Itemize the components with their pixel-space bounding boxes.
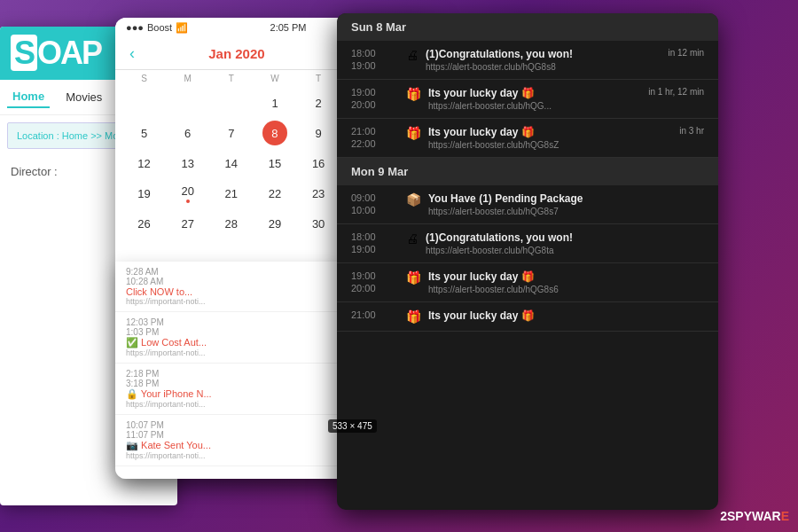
spam-time-end-3: 3:18 PM [126, 379, 335, 388]
spam-title-1: Click NOW to... [126, 286, 335, 297]
watermark: 2SPYWARE [720, 509, 789, 523]
notif-item-2: 19:00 20:00 🎁 Its your lucky day 🎁 https… [337, 80, 718, 119]
notif-url-1: https://alert-booster.club/hQG8s8 [426, 62, 661, 72]
notif-title-4: You Have (1) Pending Package [428, 192, 704, 205]
cal-cell[interactable]: 5 [122, 119, 166, 147]
notif-inner-6: 🎁 Its your lucky day 🎁 https://alert-boo… [406, 270, 704, 294]
cal-cell[interactable]: 28 [209, 209, 253, 238]
notif-url-2: https://alert-booster.club/hQG... [428, 101, 641, 111]
watermark-prefix: 2 [720, 509, 727, 523]
notif-content-4: You Have (1) Pending Package https://ale… [428, 192, 704, 216]
notif-badge-2: in 1 hr, 12 min [648, 87, 704, 97]
cal-back-btn[interactable]: ‹ [129, 44, 135, 63]
notif-inner-3: 🎁 Its your lucky day 🎁 https://alert-boo… [406, 126, 704, 150]
notif-icon-3: 🎁 [406, 126, 421, 140]
notif-item-7: 21:00 🎁 Its your lucky day 🎁 [337, 302, 718, 332]
spam-url-4: https://important-noti... [126, 451, 335, 460]
cal-cell[interactable]: 14 [209, 149, 253, 177]
cal-cell[interactable]: 29 [253, 209, 296, 238]
cal-cell[interactable]: 22 [253, 179, 296, 207]
notif-item-1: 18:00 19:00 🖨 (1)Congratulations, you wo… [337, 41, 718, 80]
notif-url-4: https://alert-booster.club/hQG8s7 [428, 207, 704, 216]
notif-item-4: 09:00 10:00 📦 You Have (1) Pending Packa… [337, 185, 718, 224]
spam-time-1: 9:28 AM [126, 267, 335, 277]
cal-cell-today[interactable]: 8 [262, 121, 287, 145]
watermark-suffix: E [781, 509, 789, 523]
wifi-icon: 📶 [176, 22, 188, 34]
cal-cell[interactable]: 15 [253, 149, 296, 177]
notif-icon-6: 🎁 [406, 270, 421, 285]
spam-url-2: https://important-noti... [126, 348, 335, 357]
notif-content-1: (1)Congratulations, you won! https://ale… [426, 48, 661, 72]
spam-title-3: 🔒 Your iPhone N... [126, 388, 335, 400]
day-label-s1: S [122, 74, 166, 83]
soap-s-letter: S [11, 35, 37, 71]
spam-time-end-2: 1:03 PM [126, 327, 335, 337]
cal-cell[interactable]: 6 [166, 119, 209, 147]
spam-list: 9:28 AM 10:28 AM Click NOW to... https:/… [115, 262, 346, 479]
notif-time-3: 21:00 22:00 [351, 126, 395, 150]
watermark-brand: SPYWAR [727, 509, 781, 523]
spam-item-4: 10:07 PM 11:07 PM 📷 Kate Sent You... htt… [115, 415, 346, 466]
cal-cell[interactable]: 27 [166, 209, 209, 238]
notif-time-5: 18:00 19:00 [351, 231, 395, 255]
notif-icon-2: 🎁 [406, 87, 421, 101]
cal-cell[interactable]: 9 [297, 119, 340, 147]
spam-title-2: ✅ Low Cost Aut... [126, 337, 335, 348]
cal-cell[interactable]: 21 [209, 179, 253, 207]
carrier-label: Boost [147, 22, 172, 33]
notif-time-1: 18:00 19:00 [351, 48, 395, 72]
spam-time-4: 10:07 PM [126, 420, 335, 430]
notif-icon-7: 🎁 [406, 309, 421, 324]
cal-cell[interactable]: 2 [297, 89, 340, 117]
notif-url-3: https://alert-booster.club/hQG8sZ [428, 140, 672, 150]
size-badge: 533 × 475 [328, 419, 377, 433]
cal-cell[interactable]: 19 [122, 179, 166, 207]
notif-time-2: 19:00 20:00 [351, 87, 395, 111]
cal-cell[interactable]: 16 [297, 149, 340, 177]
soap-nav-home[interactable]: Home [7, 86, 50, 108]
cal-cell[interactable]: 13 [166, 149, 209, 177]
spam-time-end-1: 10:28 AM [126, 277, 335, 286]
day-label-m: M [166, 74, 209, 83]
notif-inner-2: 🎁 Its your lucky day 🎁 https://alert-boo… [406, 87, 704, 111]
cal-cell[interactable]: 20 [166, 179, 209, 207]
notif-url-5: https://alert-booster.club/hQG8ta [426, 246, 704, 255]
cal-cell[interactable]: 7 [209, 119, 253, 147]
notif-content-2: Its your lucky day 🎁 https://alert-boost… [428, 87, 641, 111]
cal-cell[interactable]: 26 [122, 209, 166, 238]
cal-cell[interactable] [122, 89, 166, 117]
notif-title-7: Its your lucky day 🎁 [428, 309, 704, 322]
spam-item-2: 12:03 PM 1:03 PM ✅ Low Cost Aut... https… [115, 312, 346, 364]
spam-time-2: 12:03 PM [126, 317, 335, 327]
cal-month-title: Jan 2020 [208, 46, 264, 61]
cal-cell[interactable]: 23 [297, 179, 340, 207]
day-label-w: W [253, 74, 296, 83]
notif-title-5: (1)Congratulations, you won! [426, 231, 704, 244]
notif-content-7: Its your lucky day 🎁 [428, 309, 704, 322]
spam-title-4: 📷 Kate Sent You... [126, 440, 335, 451]
cal-cell[interactable]: 1 [253, 89, 296, 117]
cal-cell[interactable] [209, 89, 253, 117]
cal-cell[interactable] [166, 89, 209, 117]
notif-icon-1: 🖨 [406, 48, 419, 62]
notif-inner-7: 🎁 Its your lucky day 🎁 [406, 309, 704, 324]
notif-inner-5: 🖨 (1)Congratulations, you won! https://a… [406, 231, 704, 255]
cal-cell[interactable]: 30 [297, 209, 340, 238]
status-time: 2:05 PM [270, 22, 307, 33]
notif-item-6: 19:00 20:00 🎁 Its your lucky day 🎁 https… [337, 263, 718, 302]
notif-icon-4: 📦 [406, 192, 421, 207]
notif-title-6: Its your lucky day 🎁 [428, 270, 704, 283]
notif-content-3: Its your lucky day 🎁 https://alert-boost… [428, 126, 672, 150]
notif-icon-5: 🖨 [406, 231, 419, 246]
notif-item-5: 18:00 19:00 🖨 (1)Congratulations, you wo… [337, 224, 718, 263]
spam-item-1: 9:28 AM 10:28 AM Click NOW to... https:/… [115, 262, 346, 312]
spam-item-3: 2:18 PM 3:18 PM 🔒 Your iPhone N... https… [115, 364, 346, 415]
signal-icon: ●●● [126, 22, 144, 33]
status-left: ●●● Boost 📶 [126, 22, 188, 34]
cal-cell[interactable]: 12 [122, 149, 166, 177]
notif-time-7: 21:00 [351, 309, 395, 324]
notif-title-1: (1)Congratulations, you won! [426, 48, 661, 60]
day-label-t1: T [209, 74, 253, 83]
soap-nav-movies[interactable]: Movies [60, 87, 107, 107]
